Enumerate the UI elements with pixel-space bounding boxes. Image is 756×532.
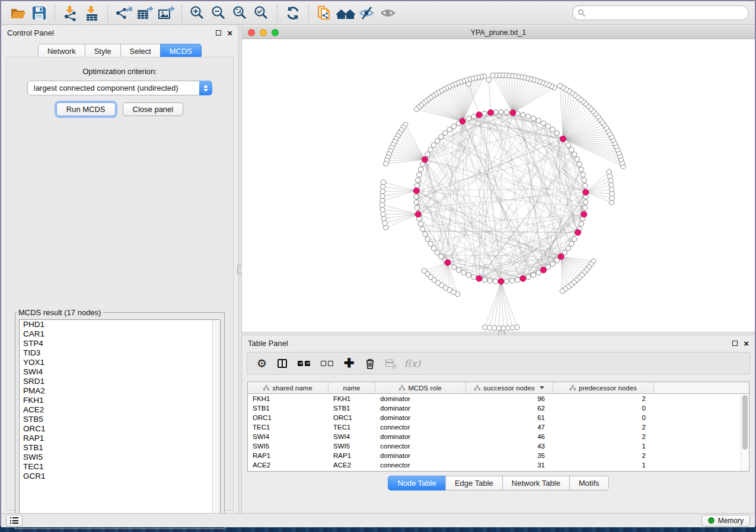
- table-cell-empty: [654, 460, 749, 470]
- zoom-selected-icon[interactable]: [251, 4, 272, 23]
- table-cell: 31: [466, 460, 553, 470]
- table-tab-motifs[interactable]: Motifs: [569, 476, 609, 491]
- export-table-icon[interactable]: [134, 4, 155, 23]
- table-cell-empty: [654, 413, 749, 422]
- table-cell: SWI4: [248, 432, 328, 441]
- status-bar: Memory: [1, 513, 755, 527]
- duplicate-network-icon[interactable]: [314, 4, 335, 23]
- table-row[interactable]: YOX1YOX1connector291: [248, 470, 749, 472]
- control-panel-title: Control Panel: [7, 28, 54, 37]
- table-cell: 62: [466, 403, 553, 413]
- table-cell: 61: [466, 413, 553, 422]
- refresh-icon[interactable]: [282, 4, 304, 23]
- mcds-list-scrollbar[interactable]: [212, 320, 220, 524]
- mcds-result-item[interactable]: CAR1: [20, 329, 220, 339]
- gear-icon[interactable]: ⚙: [257, 357, 267, 370]
- mcds-result-item[interactable]: TEC1: [20, 462, 220, 472]
- table-body: FKH1FKH1dominator962STB1STB1dominator620…: [248, 394, 749, 472]
- table-cell: TEC1: [248, 422, 328, 432]
- table-row[interactable]: RAP1RAP1dominator352: [248, 451, 749, 460]
- export-image-icon[interactable]: [155, 4, 177, 23]
- save-icon[interactable]: [28, 4, 50, 23]
- import-table-icon[interactable]: [81, 4, 103, 23]
- column-header-predecessor-nodes[interactable]: predecessor nodes: [553, 382, 654, 393]
- column-header-shared-name[interactable]: shared name: [248, 382, 328, 393]
- zoom-in-icon[interactable]: [187, 4, 208, 23]
- network-canvas[interactable]: [242, 39, 755, 332]
- mcds-result-item[interactable]: STB1: [20, 443, 220, 453]
- table-cell: dominator: [375, 451, 466, 460]
- mcds-result-item[interactable]: SWI4: [20, 367, 220, 377]
- table-cell-empty: [654, 403, 749, 413]
- split-columns-icon[interactable]: [277, 359, 287, 368]
- table-cell: SWI5: [328, 441, 375, 451]
- toolbar-separator: [181, 4, 182, 22]
- close-panel-icon[interactable]: ×: [227, 30, 232, 36]
- table-tab-network-table[interactable]: Network Table: [502, 476, 570, 491]
- close-table-panel-icon[interactable]: ×: [744, 341, 749, 346]
- table-row[interactable]: FKH1FKH1dominator962: [248, 394, 749, 403]
- search-input[interactable]: [572, 5, 749, 20]
- table-tab-edge-table[interactable]: Edge Table: [445, 476, 503, 491]
- list-button[interactable]: [6, 515, 23, 527]
- mcds-result-item[interactable]: FKH1: [20, 396, 220, 405]
- table-tabs: Node TableEdge TableNetwork TableMotifs: [242, 476, 755, 491]
- table-cell: dominator: [375, 432, 466, 441]
- table-cell: ORC1: [248, 413, 328, 422]
- open-icon[interactable]: [7, 4, 28, 23]
- deselect-all-icon[interactable]: [321, 361, 333, 366]
- table-row[interactable]: SWI5SWI5connector431: [248, 441, 749, 451]
- table-scrollbar-thumb[interactable]: [742, 395, 748, 450]
- table-header-row: shared namenameMCDS rolesuccessor nodesp…: [248, 382, 749, 394]
- select-all-icon[interactable]: [298, 361, 310, 366]
- float-panel-icon[interactable]: [216, 30, 221, 36]
- list-icon: [10, 517, 18, 524]
- table-cell: ACE2: [328, 460, 375, 470]
- mcds-result-item[interactable]: SRD1: [20, 377, 220, 386]
- network-graph[interactable]: [242, 39, 756, 332]
- mcds-result-item[interactable]: PHD1: [20, 320, 220, 329]
- zoom-fit-icon[interactable]: [229, 4, 251, 23]
- column-header-name[interactable]: name: [328, 382, 375, 393]
- table-cell: 35: [466, 451, 553, 460]
- table-scrollbar[interactable]: [741, 394, 749, 471]
- table-cell: 2: [553, 394, 654, 403]
- first-neighbors-icon[interactable]: [335, 4, 356, 23]
- mcds-result-item[interactable]: PMA2: [20, 386, 220, 396]
- mcds-result-item[interactable]: GCR1: [20, 472, 220, 481]
- table-row[interactable]: ACE2ACE2connector311: [248, 460, 749, 470]
- table-cell: dominator: [375, 413, 466, 422]
- run-mcds-button[interactable]: Run MCDS: [56, 102, 116, 116]
- mcds-result-item[interactable]: ACE2: [20, 405, 220, 415]
- table-cell-empty: [654, 451, 749, 460]
- float-table-panel-icon[interactable]: [732, 341, 738, 346]
- column-header-successor-nodes[interactable]: successor nodes: [466, 382, 553, 393]
- mcds-result-item[interactable]: STB5: [20, 415, 220, 424]
- table-row[interactable]: STB1STB1dominator620: [248, 403, 749, 413]
- export-network-icon[interactable]: [113, 4, 134, 23]
- mcds-result-list[interactable]: PHD1CAR1STP4TID3YOX1SWI4SRD1PMA2FKH1ACE2…: [19, 319, 221, 525]
- mcds-result-item[interactable]: YOX1: [20, 358, 220, 367]
- table-row[interactable]: ORC1ORC1dominator610: [248, 413, 749, 422]
- criterion-select[interactable]: largest connected component (undirected): [27, 81, 212, 95]
- mcds-result-item[interactable]: STP4: [20, 339, 220, 348]
- table-tab-node-table[interactable]: Node Table: [388, 476, 446, 491]
- table-row[interactable]: SWI4SWI4dominator462: [248, 432, 749, 441]
- close-panel-button[interactable]: Close panel: [123, 102, 184, 116]
- column-header-MCDS-role[interactable]: MCDS role: [375, 382, 466, 393]
- add-column-icon[interactable]: ✚: [344, 357, 355, 369]
- mcds-result-item[interactable]: ORC1: [20, 424, 220, 434]
- mcds-result-item[interactable]: RAP1: [20, 434, 220, 443]
- mcds-result-item[interactable]: SWI5: [20, 453, 220, 462]
- zoom-out-icon[interactable]: [208, 4, 229, 23]
- table-cell-empty: [654, 422, 749, 432]
- show-all-icon[interactable]: [378, 4, 399, 23]
- mcds-result-item[interactable]: TID3: [20, 348, 220, 358]
- delete-column-icon[interactable]: [365, 358, 375, 369]
- optimization-criterion-label: Optimization criterion:: [7, 67, 233, 76]
- memory-button[interactable]: Memory: [701, 515, 750, 527]
- import-network-icon[interactable]: [60, 4, 81, 23]
- hide-selected-icon[interactable]: [356, 4, 378, 23]
- table-row[interactable]: TEC1TEC1connector472: [248, 422, 749, 432]
- mcds-result-group: MCDS result (17 nodes) PHD1CAR1STP4TID3Y…: [15, 308, 225, 529]
